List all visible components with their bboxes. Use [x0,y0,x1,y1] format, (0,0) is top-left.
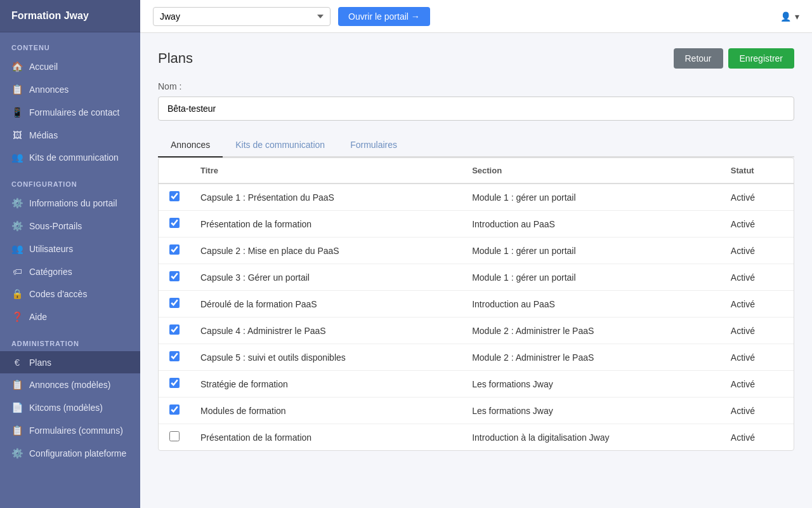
row-checkbox-cell-2 [159,237,190,264]
col-statut: Statut [721,158,794,184]
row-checkbox-8[interactable] [169,404,180,415]
table-row: Capsule 2 : Mise en place du PaaSModule … [159,237,794,264]
sidebar-item-kits-communication[interactable]: 👥Kits de communication [0,146,140,169]
row-checkbox-2[interactable] [169,244,180,255]
row-checkbox-cell-1 [159,211,190,237]
accueil-icon: 🏠 [11,61,23,72]
tab-annonces[interactable]: Annonces [158,133,223,157]
utilisateurs-icon: 👥 [11,243,23,255]
table-row: Déroulé de la formation PaaSIntroduction… [159,291,794,318]
sidebar-item-configuration-plateforme[interactable]: ⚙️Configuration plateforme [0,442,140,465]
col-checkbox [159,158,190,184]
table-row: Capsule 1 : Présentation du PaaSModule 1… [159,184,794,211]
tab-kits-communication[interactable]: Kits de communication [223,133,337,157]
row-checkbox-5[interactable] [169,324,180,335]
row-statut-4: Activé [721,291,794,318]
row-checkbox-cell-8 [159,398,190,424]
row-titre-9: Présentation de la formation [190,424,462,451]
formulaires-communs-icon: 📋 [11,425,23,436]
row-checkbox-cell-3 [159,264,190,291]
row-section-9: Introduction à la digitalisation Jway [462,424,721,451]
portal-select[interactable]: Jway [153,7,331,26]
retour-button[interactable]: Retour [674,48,723,69]
row-checkbox-cell-9 [159,424,190,451]
sidebar: Formation Jway CONTENU🏠Accueil📋Annonces📱… [0,0,140,508]
row-checkbox-0[interactable] [169,191,180,201]
open-portal-button[interactable]: Ouvrir le portail → [338,7,430,26]
sidebar-brand: Formation Jway [0,0,140,32]
row-titre-1: Présentation de la formation [190,211,462,237]
row-statut-8: Activé [721,398,794,424]
row-checkbox-6[interactable] [169,351,180,361]
sidebar-label-formulaires-contact: Formulaires de contact [29,107,119,117]
annonces-table: Titre Section Statut Capsule 1 : Présent… [159,158,794,450]
sidebar-label-medias: Médias [29,130,58,140]
sidebar-item-formulaires-communs[interactable]: 📋Formulaires (communs) [0,419,140,442]
tab-formulaires[interactable]: Formulaires [337,133,410,157]
sidebar-section-administration: ADMINISTRATION [0,328,140,351]
nom-input[interactable] [158,97,794,121]
sidebar-item-aide[interactable]: ❓Aide [0,305,140,328]
row-titre-7: Stratégie de formation [190,371,462,398]
row-statut-1: Activé [721,211,794,237]
formulaires-contact-icon: 📱 [11,107,23,118]
row-checkbox-cell-0 [159,184,190,211]
nom-label: Nom : [158,81,794,91]
table-row: Capsule 5 : suivi et outils disponiblesM… [159,344,794,371]
medias-icon: 🖼 [11,130,23,140]
row-checkbox-3[interactable] [169,271,180,281]
row-section-3: Module 1 : gérer un portail [462,264,721,291]
row-titre-5: Capsule 4 : Administrer le PaaS [190,318,462,344]
informations-portail-icon: ⚙️ [11,197,23,209]
row-statut-5: Activé [721,318,794,344]
row-titre-6: Capsule 5 : suivi et outils disponibles [190,344,462,371]
tabs: AnnoncesKits de communicationFormulaires [158,133,794,157]
row-section-6: Module 2 : Administrer le PaaS [462,344,721,371]
sidebar-item-sous-portails[interactable]: ⚙️Sous-Portails [0,215,140,237]
row-titre-4: Déroulé de la formation PaaS [190,291,462,318]
sidebar-item-accueil[interactable]: 🏠Accueil [0,55,140,78]
row-checkbox-cell-6 [159,344,190,371]
sidebar-item-formulaires-contact[interactable]: 📱Formulaires de contact [0,101,140,124]
row-statut-0: Activé [721,184,794,211]
sidebar-item-kitcoms-modeles[interactable]: 📄Kitcoms (modèles) [0,396,140,419]
codes-acces-icon: 🔒 [11,288,23,300]
topbar: Jway Ouvrir le portail → 👤 ▾ [140,0,812,33]
table-header-row: Titre Section Statut [159,158,794,184]
row-section-7: Les formations Jway [462,371,721,398]
sidebar-label-utilisateurs: Utilisateurs [29,244,73,254]
sidebar-item-informations-portail[interactable]: ⚙️Informations du portail [0,192,140,215]
row-statut-7: Activé [721,371,794,398]
col-section: Section [462,158,721,184]
row-statut-3: Activé [721,264,794,291]
row-checkbox-4[interactable] [169,298,180,308]
kits-communication-icon: 👥 [11,152,23,163]
row-checkbox-1[interactable] [169,218,180,228]
sidebar-label-plans: Plans [29,358,51,368]
user-menu[interactable]: 👤 ▾ [780,11,799,22]
row-titre-8: Modules de formation [190,398,462,424]
sidebar-label-annonces: Annonces [29,84,69,95]
row-section-0: Module 1 : gérer un portail [462,184,721,211]
row-checkbox-9[interactable] [169,431,180,441]
chevron-down-icon: ▾ [795,11,799,22]
sidebar-item-annonces[interactable]: 📋Annonces [0,78,140,101]
enregistrer-button[interactable]: Enregistrer [728,48,794,69]
table-row: Présentation de la formationIntroduction… [159,211,794,237]
sidebar-item-medias[interactable]: 🖼Médias [0,124,140,146]
main-content: Jway Ouvrir le portail → 👤 ▾ Plans Retou… [140,0,812,508]
sidebar-item-codes-acces[interactable]: 🔒Codes d'accès [0,283,140,305]
row-checkbox-7[interactable] [169,378,180,388]
row-checkbox-cell-4 [159,291,190,318]
sidebar-label-kitcoms-modeles: Kitcoms (modèles) [29,403,103,413]
user-icon: 👤 [780,11,791,22]
table-row: Présentation de la formationIntroduction… [159,424,794,451]
sidebar-label-annonces-modeles: Annonces (modèles) [29,380,110,390]
sidebar-label-configuration-plateforme: Configuration plateforme [29,448,126,458]
sidebar-item-utilisateurs[interactable]: 👥Utilisateurs [0,237,140,260]
sidebar-item-annonces-modeles[interactable]: 📋Annonces (modèles) [0,373,140,396]
sidebar-label-accueil: Accueil [29,62,58,72]
sidebar-item-plans[interactable]: €Plans [0,351,140,373]
sidebar-item-categories[interactable]: 🏷Catégories [0,260,140,283]
open-portal-label: Ouvrir le portail → [348,11,420,22]
